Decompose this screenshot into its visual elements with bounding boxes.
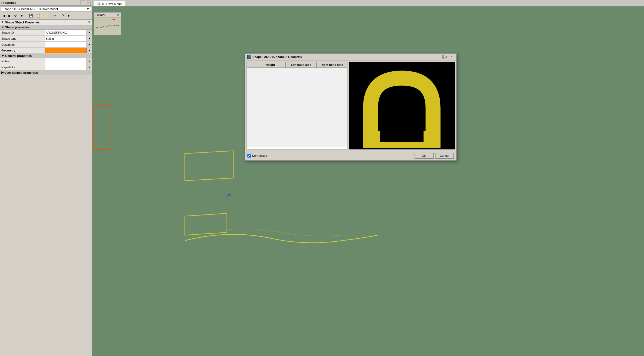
th-left: Left hand side (286, 62, 316, 67)
svg-rect-5 (380, 131, 424, 142)
shape-type-label: Shape type (0, 36, 45, 41)
user-defined-title: User defined properties (4, 71, 38, 74)
shape-id-label: Shape ID (0, 30, 45, 35)
toolbar-save[interactable]: 💾 (28, 13, 35, 19)
description-value[interactable] (45, 42, 86, 47)
toolbar-refresh[interactable]: ↺ (13, 13, 18, 19)
shape-selector-value: Shape : ARCHSPRUNG : 1D River Model (2, 7, 58, 11)
locator-svg (95, 18, 121, 35)
dialog-min-btn[interactable]: ─ (438, 55, 443, 59)
locator-close[interactable]: ✕ (117, 13, 119, 17)
dialog-table: Height Left hand side Right hand side (247, 62, 347, 149)
table-body (247, 68, 347, 147)
shape-selector[interactable]: Shape : ARCHSPRUNG : 1D River Model ▼ (1, 7, 91, 11)
dialog-title-text: Shape : ARCHSPRUNG : Geometry (253, 55, 302, 59)
dialog-max-btn[interactable]: □ (443, 55, 448, 59)
locator-label: Locator (95, 13, 105, 17)
dialog-close-btn[interactable]: ✕ (449, 55, 454, 59)
description-input[interactable] (46, 43, 86, 46)
shape-id-dropdown[interactable]: ▼ (86, 30, 92, 35)
toolbar-sep3 (59, 13, 59, 18)
notes-value[interactable]: ... (45, 58, 86, 64)
normalised-label: Normalised (252, 154, 267, 157)
toolbar-copy[interactable]: 📋 (35, 13, 42, 19)
locator-canvas (94, 17, 121, 35)
general-properties-section: ▼ General properties Notes ... ▼ Hyperli… (0, 54, 92, 70)
toolbar-back[interactable]: ◀ (1, 13, 7, 19)
shape-props-title: Shape properties (5, 26, 30, 29)
dialog-title-icon (247, 55, 251, 59)
tab-label: 1D River Model (102, 2, 122, 5)
dialog-footer: Normalised OK Cancel (245, 151, 456, 160)
general-properties-header[interactable]: ▼ General properties (0, 54, 92, 58)
normalised-checkbox[interactable] (247, 154, 251, 158)
notes-dropdown[interactable]: ▼ (86, 58, 92, 64)
hyperlinks-dropdown[interactable]: ▼ (86, 64, 92, 70)
content-area: Properties ─ ✕ Shape : ARCHSPRUNG : 1D R… (0, 0, 644, 356)
dialog-title-bar: Shape : ARCHSPRUNG : Geometry ─ □ ✕ (245, 54, 456, 60)
shape-obj-props-title: Shape Object Properties (5, 21, 40, 24)
normalised-checkbox-container: Normalised (247, 154, 267, 158)
hyperlinks-ellipsis: ... (46, 66, 49, 69)
ok-button[interactable]: OK (415, 153, 434, 159)
geometry-value[interactable]: ... (45, 48, 86, 53)
notes-label: Notes (0, 58, 45, 64)
svg-text:27: 27 (227, 194, 231, 198)
description-dropdown[interactable]: ▼ (86, 42, 92, 47)
svg-rect-1 (113, 19, 115, 20)
th-height: Height (255, 62, 286, 67)
description-row: Description ▼ (0, 42, 92, 48)
toolbar-dropdown1[interactable]: ▼ (19, 13, 25, 19)
notes-row: Notes ... ▼ (0, 58, 92, 64)
shape-properties-header[interactable]: ▼ Shape properties (0, 25, 92, 30)
arch-svg (349, 62, 455, 149)
toolbar-open[interactable]: 📁 (42, 13, 49, 19)
tab-1d-river-model[interactable]: 📊 1D River Model (94, 1, 125, 6)
table-header: Height Left hand side Right hand side (247, 62, 347, 68)
footer-right: OK Cancel (415, 153, 454, 159)
shape-id-value[interactable] (45, 30, 86, 35)
shape-obj-props-cursor: ✛ (1, 20, 4, 24)
geometry-dropdown[interactable]: ▼ (86, 48, 92, 53)
properties-title-bar: Properties ─ ✕ (0, 0, 92, 6)
toolbar: ◀ ▶ ↺ ▼ 💾 📋 📁 ✏ ? ▼ (0, 12, 92, 20)
hyperlinks-value[interactable]: ... (45, 64, 86, 70)
description-label: Description (0, 42, 45, 47)
th-row-num (247, 62, 255, 67)
toolbar-sep1 (26, 13, 26, 18)
toolbar-forward[interactable]: ▶ (7, 13, 12, 19)
hyperlinks-label: Hyperlinks (0, 64, 45, 70)
shape-type-value[interactable] (45, 36, 86, 41)
properties-title: Properties (1, 1, 16, 4)
dialog-title-left: Shape : ARCHSPRUNG : Geometry (247, 55, 302, 59)
shape-id-row: Shape ID ▼ (0, 30, 92, 36)
toolbar-edit[interactable]: ✏ (52, 13, 58, 19)
shape-type-row: Shape type ▼ (0, 36, 92, 42)
tab-icon: 📊 (97, 2, 101, 5)
geometry-dialog: Shape : ARCHSPRUNG : Geometry ─ □ ✕ Hei (245, 53, 457, 161)
hyperlinks-row: Hyperlinks ... ▼ (0, 64, 92, 70)
shape-properties-section: ▼ Shape properties Shape ID ▼ Shape type (0, 25, 92, 54)
toolbar-help[interactable]: ? (61, 13, 65, 19)
user-defined-section: ▶ User defined properties (0, 70, 92, 75)
dialog-preview (349, 62, 455, 149)
shape-type-input[interactable] (46, 37, 86, 40)
locator-title: Locator ✕ (94, 13, 121, 17)
toolbar-dropdown2[interactable]: ▼ (66, 13, 72, 19)
main-canvas: 📊 1D River Model Locator ✕ (92, 0, 644, 356)
tab-bar: 📊 1D River Model (92, 0, 644, 7)
shape-props-toggle: ▼ (1, 26, 4, 29)
shape-obj-props-header: ✛ Shape Object Properties ✕ (0, 20, 92, 25)
notes-ellipsis: ... (46, 60, 49, 63)
user-defined-header[interactable]: ▶ User defined properties (0, 70, 92, 75)
geometry-ellipsis: ... (46, 49, 50, 52)
shape-obj-props-close[interactable]: ✕ (88, 20, 91, 24)
panel-close-btn[interactable]: ✕ (86, 1, 91, 5)
cancel-button[interactable]: Cancel (435, 153, 454, 159)
panel-min-btn[interactable]: ─ (80, 1, 85, 5)
app-container: Properties ─ ✕ Shape : ARCHSPRUNG : 1D R… (0, 0, 644, 356)
th-right: Right hand side (317, 62, 347, 67)
shape-type-dropdown[interactable]: ▼ (86, 36, 92, 41)
left-panel: Properties ─ ✕ Shape : ARCHSPRUNG : 1D R… (0, 0, 92, 356)
shape-id-input[interactable] (46, 31, 86, 34)
